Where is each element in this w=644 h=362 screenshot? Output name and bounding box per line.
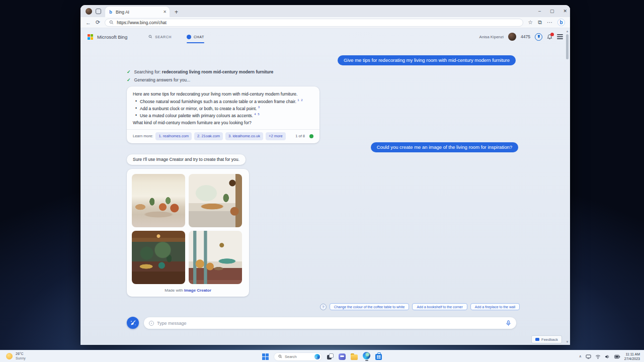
url-text[interactable]: https://www.bing.com/chat bbox=[117, 20, 167, 25]
image-caption: Made with Image Creator bbox=[132, 288, 244, 293]
citation-chip[interactable]: 1. realhomes.com bbox=[155, 132, 192, 140]
new-topic-button[interactable] bbox=[127, 317, 139, 329]
check-icon: ✓ bbox=[127, 69, 131, 74]
volume-icon[interactable] bbox=[605, 354, 610, 359]
rewards-points[interactable]: 4475 bbox=[521, 34, 530, 39]
message-input[interactable] bbox=[157, 321, 503, 326]
tab-actions-icon[interactable] bbox=[96, 9, 101, 14]
suggestion-chip[interactable]: Add a fireplace to the wall bbox=[470, 303, 520, 310]
taskbar-search-input[interactable] bbox=[285, 354, 312, 359]
address-bar[interactable]: https://www.bing.com/chat bbox=[105, 19, 523, 27]
bing-search-icon bbox=[314, 354, 320, 359]
teams-chat-button[interactable] bbox=[339, 353, 346, 360]
clock-date: 27/4/2023 bbox=[624, 356, 640, 361]
browser-toolbar: ← ⟳ https://www.bing.com/chat ☆ ⧉ ⋯ b bbox=[80, 17, 570, 28]
new-tab-button[interactable]: + bbox=[175, 9, 178, 17]
weather-widget[interactable]: 26°C Sunny bbox=[6, 351, 26, 361]
suggestion-chip[interactable]: Change the colour of the coffee table to… bbox=[330, 303, 410, 310]
display-icon[interactable] bbox=[586, 354, 591, 359]
generated-image-2[interactable] bbox=[189, 174, 242, 227]
task-view-button[interactable] bbox=[327, 353, 334, 359]
minimize-button[interactable]: – bbox=[538, 9, 541, 14]
user-name[interactable]: Anisa Kipenzi bbox=[479, 35, 504, 39]
user-message-2: Could you create me an image of the livi… bbox=[371, 142, 518, 152]
answer-question: What kind of mid-century modern furnitur… bbox=[133, 120, 313, 126]
suggestion-chip[interactable]: Add a bookshelf to the corner bbox=[412, 303, 467, 310]
hamburger-menu-icon[interactable] bbox=[557, 34, 563, 39]
tab-chat[interactable]: CHAT bbox=[187, 28, 204, 45]
taskbar-clock[interactable]: 11:11 AM 27/4/2023 bbox=[624, 352, 640, 361]
response-pager: 1 of 8 bbox=[295, 133, 305, 139]
collections-icon[interactable]: ⧉ bbox=[538, 19, 542, 26]
learn-more-row: Learn more: 1. realhomes.com 2. 21oak.co… bbox=[127, 129, 319, 143]
tab-close-icon[interactable]: ✕ bbox=[163, 10, 167, 14]
status-dot-icon bbox=[309, 134, 313, 138]
answer-card: Here are some tips for redecorating your… bbox=[127, 86, 319, 143]
start-button[interactable] bbox=[262, 353, 269, 360]
status-searching: ✓ Searching for: redecorating living roo… bbox=[127, 69, 273, 74]
bing-brand[interactable]: Microsoft Bing bbox=[97, 34, 127, 40]
citation-superscript[interactable]: 4 5 bbox=[254, 113, 260, 116]
generated-image-1[interactable] bbox=[132, 174, 185, 227]
scrollbar-thumb[interactable] bbox=[566, 34, 569, 59]
answer-bullet: Choose natural wood furnishings such as … bbox=[135, 98, 313, 105]
weather-condition: Sunny bbox=[16, 356, 26, 360]
citation-superscript[interactable]: 1 2 bbox=[297, 99, 303, 102]
rewards-trophy-icon[interactable] bbox=[535, 33, 542, 41]
weather-temp: 26°C bbox=[16, 351, 26, 356]
chat-icon bbox=[187, 35, 191, 39]
answer-bullets: Choose natural wood furnishings such as … bbox=[135, 98, 313, 119]
learn-more-label: Learn more: bbox=[133, 133, 153, 139]
microsoft-logo-icon bbox=[88, 34, 93, 40]
user-avatar[interactable] bbox=[508, 33, 516, 41]
tab-search-label: SEARCH bbox=[155, 35, 172, 39]
input-context-icon bbox=[149, 321, 154, 326]
page-scrollbar[interactable]: ▲ ▼ bbox=[565, 29, 570, 344]
answer-bullet: Add a sunburst clock or mirror, or both,… bbox=[135, 105, 313, 112]
clock-time: 11:11 AM bbox=[624, 352, 640, 356]
close-button[interactable]: ✕ bbox=[563, 9, 567, 14]
edge-button[interactable] bbox=[363, 352, 370, 361]
browser-profile-avatar[interactable] bbox=[86, 8, 92, 15]
edge-icon bbox=[363, 352, 370, 359]
microphone-icon[interactable] bbox=[506, 320, 511, 326]
generating-label: Generating answers for you... bbox=[134, 77, 191, 82]
notification-badge bbox=[550, 33, 554, 36]
browser-tab[interactable]: b Bing AI ✕ bbox=[105, 7, 170, 17]
citation-chip[interactable]: 2. 21oak.com bbox=[194, 132, 223, 140]
maximize-button[interactable]: ▢ bbox=[550, 9, 554, 14]
notifications-button[interactable] bbox=[547, 34, 552, 40]
message-input-bar bbox=[144, 317, 516, 329]
tab-search[interactable]: SEARCH bbox=[148, 28, 172, 45]
search-icon bbox=[278, 354, 282, 358]
bing-sidebar-button[interactable]: b bbox=[557, 19, 565, 26]
wifi-icon[interactable] bbox=[595, 354, 601, 359]
feedback-button[interactable]: Feedback bbox=[531, 335, 562, 343]
refresh-icon[interactable]: ⟳ bbox=[96, 19, 100, 26]
citation-superscript[interactable]: 3 bbox=[258, 106, 260, 109]
scroll-down-icon[interactable]: ▼ bbox=[566, 340, 569, 344]
sun-icon bbox=[6, 353, 13, 359]
bot-message-card: Sure I'll use Image Creator and try to c… bbox=[127, 154, 246, 165]
battery-icon[interactable] bbox=[614, 354, 620, 359]
generated-image-4[interactable] bbox=[189, 231, 242, 284]
tray-chevron-icon[interactable]: ∧ bbox=[579, 354, 582, 358]
suggestion-row: ? Change the colour of the coffee table … bbox=[320, 303, 520, 310]
citation-chip-more[interactable]: +2 more bbox=[266, 132, 286, 140]
image-creator-link[interactable]: Image Creator bbox=[184, 288, 211, 293]
answer-intro: Here are some tips for redecorating your… bbox=[133, 91, 313, 98]
favorites-add-icon[interactable]: ☆ bbox=[528, 19, 533, 26]
taskbar-search[interactable] bbox=[274, 352, 322, 361]
store-button[interactable] bbox=[375, 354, 382, 360]
back-icon[interactable]: ← bbox=[86, 20, 91, 26]
more-menu-icon[interactable]: ⋯ bbox=[547, 19, 552, 26]
citation-chip[interactable]: 3. idealhome.co.uk bbox=[225, 132, 263, 140]
site-info-icon[interactable] bbox=[109, 20, 114, 25]
browser-titlebar: b Bing AI ✕ + – ▢ ✕ bbox=[80, 5, 570, 17]
help-icon[interactable]: ? bbox=[320, 304, 327, 310]
scroll-up-icon[interactable]: ▲ bbox=[566, 29, 569, 33]
user-message-1: Give me tips for redecorating my living … bbox=[338, 55, 516, 65]
taskbar: 26°C Sunny ∧ bbox=[0, 350, 644, 362]
file-explorer-button[interactable] bbox=[351, 354, 358, 360]
generated-image-3[interactable] bbox=[132, 231, 185, 284]
